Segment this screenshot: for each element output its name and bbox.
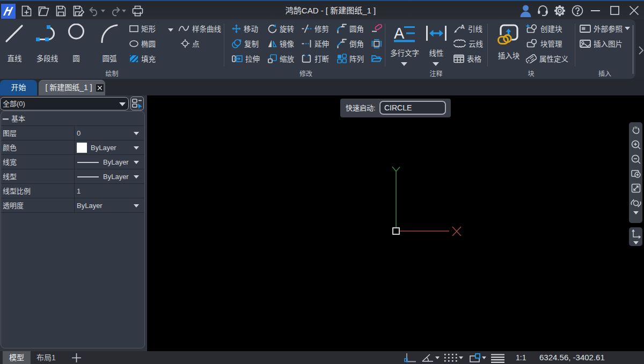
svg-text:A: A — [394, 26, 405, 42]
svg-text:A: A — [460, 24, 465, 30]
